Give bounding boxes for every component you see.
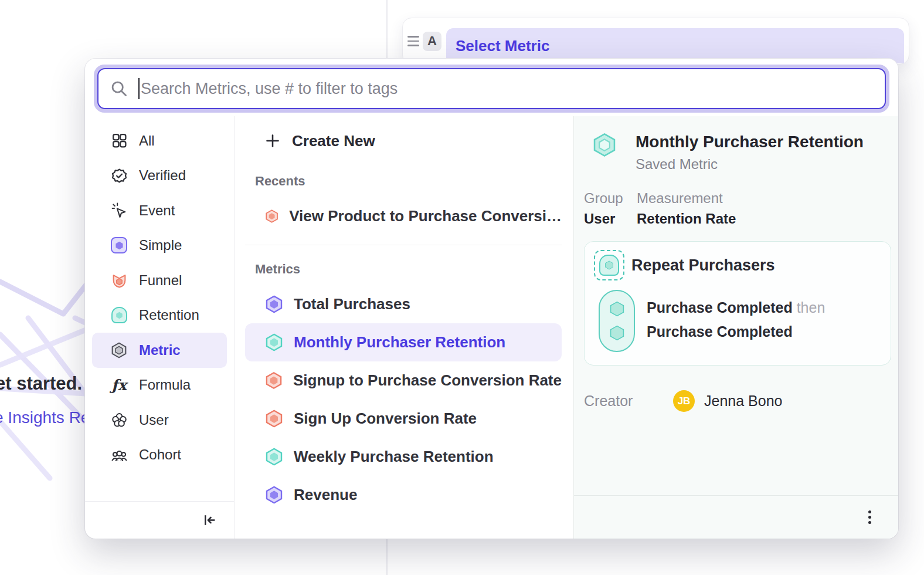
create-new-label: Create New (292, 132, 375, 150)
metric-item-revenue[interactable]: Revenue (245, 476, 562, 514)
retention-metric-hexagon-icon (265, 448, 283, 466)
sidebar-item-event[interactable]: Event (92, 193, 227, 228)
details-footer (574, 495, 898, 539)
funnel-icon (111, 272, 127, 289)
recent-item[interactable]: View Product to Purchase Conversi… (245, 197, 562, 235)
filter-sidebar: All Verified E (85, 116, 235, 539)
details-subtitle: Saved Metric (636, 156, 864, 172)
metric-item-signup-to-purchase[interactable]: Signup to Purchase Conversion Rate (245, 361, 562, 400)
metric-hexagon-icon (111, 342, 127, 358)
user-cluster-icon (111, 412, 127, 428)
collapse-left-icon (202, 512, 218, 528)
card-title: Repeat Purchasers (631, 256, 775, 275)
steps-capsule-icon (599, 290, 635, 352)
select-metric-button[interactable]: Select Metric (446, 28, 904, 63)
cohort-dashed-icon (594, 250, 624, 280)
simple-metric-hexagon-icon (265, 295, 283, 313)
plus-icon (265, 133, 280, 148)
details-title: Monthly Purchaser Retention (636, 133, 864, 151)
funnel-metric-hexagon-icon (265, 371, 283, 390)
retention-definition-card: Repeat Purchasers Purchase Completed the… (584, 241, 891, 366)
metric-row-card: A Select Metric (402, 18, 909, 65)
measurement-value: Retention Rate (637, 211, 736, 227)
retention-metric-hexagon-icon (265, 333, 283, 351)
metric-item-label: Weekly Purchase Retention (294, 448, 494, 466)
metric-picker-modal: All Verified E (85, 59, 898, 539)
sidebar-item-simple[interactable]: Simple (92, 228, 227, 263)
sidebar-item-label: Event (139, 202, 175, 219)
sidebar-item-label: Funnel (139, 272, 182, 289)
collapse-sidebar-button[interactable] (202, 512, 218, 528)
metric-item-weekly-purchase-retention[interactable]: Weekly Purchase Retention (245, 438, 562, 476)
text-caret (138, 78, 140, 99)
drag-handle-icon[interactable] (407, 36, 419, 46)
sidebar-item-label: User (139, 412, 169, 428)
search-icon (110, 80, 128, 97)
details-meta: Group User Measurement Retention Rate (584, 190, 886, 227)
metric-item-sign-up-conversion[interactable]: Sign Up Conversion Rate (245, 400, 562, 438)
creator-avatar: JB (673, 390, 695, 412)
creator-label: Creator (584, 393, 673, 410)
sidebar-item-label: Metric (139, 342, 181, 358)
step-connector: then (797, 299, 826, 316)
formula-fx-icon: ƒx (111, 377, 127, 393)
details-header: Monthly Purchaser Retention Saved Metric (592, 133, 886, 172)
sidebar-item-label: Retention (139, 307, 199, 323)
sidebar-item-all[interactable]: All (92, 123, 227, 158)
metric-details-panel: Monthly Purchaser Retention Saved Metric… (573, 116, 898, 539)
sidebar-item-cohort[interactable]: Cohort (92, 438, 227, 473)
step1-event: Purchase Completed (647, 299, 793, 316)
creator-name: Jenna Bono (704, 393, 782, 410)
insights-report-link[interactable]: e Insights Re (0, 408, 90, 427)
select-metric-label: Select Metric (456, 37, 549, 55)
sidebar-item-label: Verified (139, 167, 186, 184)
get-started-text: et started. (0, 373, 82, 394)
group-value: User (584, 211, 637, 227)
metric-item-label: Signup to Purchase Conversion Rate (293, 371, 562, 390)
measurement-label: Measurement (637, 190, 736, 207)
grid-icon (111, 133, 127, 149)
funnel-metric-hexagon-icon (265, 207, 278, 225)
sidebar-item-metric[interactable]: Metric (92, 333, 227, 368)
more-options-button[interactable] (865, 507, 875, 527)
simple-hexagon-icon (111, 237, 127, 253)
metrics-heading: Metrics (235, 262, 573, 277)
recent-item-label: View Product to Purchase Conversi… (289, 207, 562, 225)
sidebar-item-label: All (139, 133, 155, 149)
sidebar-footer (85, 501, 234, 539)
metric-list-column: Create New Recents View Product to Purch… (235, 116, 573, 539)
sidebar-item-verified[interactable]: Verified (92, 158, 227, 194)
search-focus-ring (94, 65, 889, 113)
creator-row: Creator JB Jenna Bono (584, 390, 886, 412)
steps-text: Purchase Completed then Purchase Complet… (647, 290, 825, 352)
sidebar-item-formula[interactable]: ƒx Formula (92, 368, 227, 403)
cohort-people-icon (111, 447, 127, 463)
metric-item-label: Revenue (294, 486, 357, 504)
sidebar-item-funnel[interactable]: Funnel (92, 263, 227, 298)
search-field[interactable] (97, 68, 886, 109)
metric-item-label: Sign Up Conversion Rate (294, 410, 477, 428)
simple-metric-hexagon-icon (265, 486, 283, 504)
sidebar-item-label: Cohort (139, 447, 181, 463)
metric-item-total-purchases[interactable]: Total Purchases (245, 285, 562, 323)
series-a-badge[interactable]: A (423, 32, 441, 51)
metric-item-monthly-purchaser-retention[interactable]: Monthly Purchaser Retention (245, 323, 562, 361)
group-label: Group (584, 190, 637, 207)
sidebar-item-retention[interactable]: Retention (92, 298, 227, 333)
funnel-metric-hexagon-icon (265, 410, 283, 428)
sidebar-item-label: Formula (139, 377, 191, 393)
retention-arch-icon (111, 307, 127, 323)
metric-item-label: Total Purchases (294, 295, 410, 313)
saved-metric-hexagon-icon (592, 133, 617, 157)
metric-item-label: Monthly Purchaser Retention (294, 333, 505, 351)
recents-heading: Recents (235, 174, 573, 189)
sidebar-item-user[interactable]: User (92, 402, 227, 438)
list-divider (245, 245, 562, 245)
step2-event: Purchase Completed (647, 323, 793, 340)
search-input[interactable] (141, 80, 873, 98)
sidebar-item-label: Simple (139, 237, 182, 253)
cursor-click-icon (111, 202, 127, 219)
create-new-button[interactable]: Create New (235, 124, 573, 157)
verified-badge-icon (111, 167, 127, 184)
